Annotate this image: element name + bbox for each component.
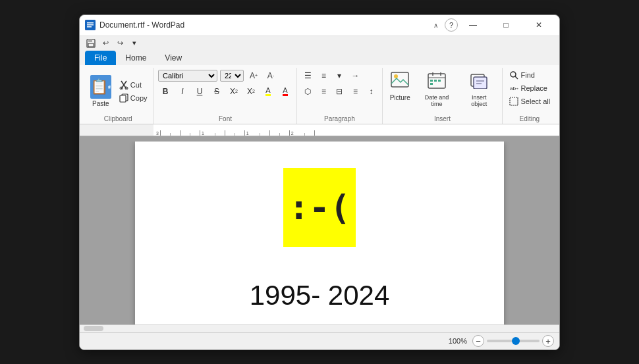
qat-save-button[interactable] bbox=[85, 38, 97, 49]
qat-dropdown-button[interactable]: ▾ bbox=[128, 38, 140, 49]
window-controls: — □ ✕ bbox=[458, 16, 554, 34]
svg-rect-3 bbox=[87, 26, 92, 28]
maximize-button[interactable]: □ bbox=[491, 16, 521, 34]
subscript-button[interactable]: X2 bbox=[227, 85, 241, 98]
list-numbered-button[interactable]: ≡ bbox=[316, 69, 331, 82]
replace-label: Replace bbox=[521, 84, 547, 92]
svg-rect-8 bbox=[109, 86, 111, 86]
datetime-button[interactable]: Date and time bbox=[416, 69, 458, 110]
cut-button[interactable]: Cut bbox=[117, 79, 150, 91]
list-dropdown-button[interactable]: ▾ bbox=[332, 69, 347, 82]
svg-rect-26 bbox=[434, 80, 437, 82]
zoom-out-button[interactable]: − bbox=[472, 335, 484, 347]
tab-view[interactable]: View bbox=[155, 51, 191, 65]
align-left-button[interactable]: ⬡ bbox=[300, 85, 315, 98]
picture-button[interactable]: Picture bbox=[387, 69, 413, 104]
scrollbar-horizontal[interactable] bbox=[80, 325, 559, 332]
year-text: 1995- 2024 bbox=[250, 280, 390, 311]
font-color-button[interactable]: A bbox=[278, 85, 292, 98]
svg-rect-37 bbox=[510, 97, 518, 105]
font-grow-button[interactable]: A+ bbox=[246, 69, 261, 82]
editing-content: Find ab → Replace Select all bbox=[507, 69, 553, 114]
help-button[interactable]: ? bbox=[445, 18, 458, 32]
tab-file[interactable]: File bbox=[85, 51, 116, 65]
svg-rect-28 bbox=[430, 83, 433, 85]
ruler: 3 1 1 bbox=[80, 124, 559, 136]
document-page[interactable]: :-( 1995- 2024 bbox=[135, 142, 504, 325]
svg-rect-18 bbox=[120, 95, 126, 102]
strikethrough-button[interactable]: S bbox=[209, 85, 224, 98]
ribbon-collapse-btn[interactable]: ∧ bbox=[429, 18, 442, 32]
font-shrink-button[interactable]: A- bbox=[264, 69, 278, 82]
document-area: :-( 1995- 2024 bbox=[80, 136, 559, 332]
italic-button[interactable]: I bbox=[175, 85, 190, 98]
svg-rect-2 bbox=[87, 24, 94, 26]
insert-object-button[interactable]: Insert object bbox=[460, 69, 498, 110]
svg-rect-19 bbox=[391, 72, 408, 87]
qat-redo-button[interactable]: ↪ bbox=[114, 38, 126, 49]
ribbon-group-font: Calibri 22 A+ A- B I U S X2 X2 A bbox=[154, 68, 296, 124]
zoom-thumb[interactable] bbox=[512, 337, 520, 345]
svg-rect-9 bbox=[108, 86, 110, 89]
insert-content: Picture bbox=[387, 69, 497, 114]
para-row-1: ☰ ≡ ▾ → bbox=[300, 69, 362, 82]
svg-rect-6 bbox=[88, 43, 94, 47]
copy-button[interactable]: Copy bbox=[117, 92, 150, 104]
para-row-2: ⬡ ≡ ⊟ ≡ ↕ bbox=[300, 85, 378, 98]
clipboard-small-buttons: Cut Copy bbox=[117, 79, 150, 104]
font-group-label: Font bbox=[219, 115, 232, 122]
bold-button[interactable]: B bbox=[158, 85, 173, 98]
paragraph-content: ☰ ≡ ▾ → ⬡ ≡ ⊟ ≡ ↕ bbox=[300, 69, 378, 114]
sad-face-text: :-( bbox=[289, 188, 350, 227]
select-all-button[interactable]: Select all bbox=[507, 95, 553, 107]
font-size-select[interactable]: 22 bbox=[220, 70, 244, 82]
tab-home[interactable]: Home bbox=[116, 51, 155, 65]
indent-more-button[interactable]: → bbox=[348, 69, 362, 82]
align-justify-button[interactable]: ≡ bbox=[348, 85, 362, 98]
datetime-icon bbox=[428, 72, 446, 93]
insert-object-label: Insert object bbox=[463, 94, 495, 107]
close-button[interactable]: ✕ bbox=[524, 16, 554, 34]
ribbon: Paste Cut bbox=[80, 65, 559, 124]
line-spacing-button[interactable]: ↕ bbox=[364, 85, 378, 98]
paste-icon bbox=[90, 75, 111, 99]
datetime-label: Date and time bbox=[418, 94, 455, 107]
svg-rect-1 bbox=[87, 22, 94, 24]
list-bullets-button[interactable]: ☰ bbox=[300, 69, 315, 82]
window-title: Document.rtf - WordPad bbox=[99, 20, 429, 30]
select-all-label: Select all bbox=[521, 97, 551, 105]
svg-point-33 bbox=[511, 72, 516, 77]
document-scroll[interactable]: :-( 1995- 2024 bbox=[80, 142, 559, 325]
find-button[interactable]: Find bbox=[507, 69, 538, 81]
ribbon-group-insert: Picture bbox=[383, 68, 502, 124]
quick-access-toolbar: ↩ ↪ ▾ bbox=[80, 36, 559, 51]
qat-undo-button[interactable]: ↩ bbox=[99, 38, 111, 49]
zoom-in-button[interactable]: + bbox=[542, 335, 554, 347]
zoom-slider[interactable] bbox=[487, 340, 540, 342]
replace-button[interactable]: ab → Replace bbox=[507, 82, 550, 94]
clipboard-group-label: Clipboard bbox=[104, 115, 132, 122]
align-center-button[interactable]: ≡ bbox=[316, 85, 331, 98]
underline-button[interactable]: U bbox=[192, 85, 207, 98]
clipboard-content: Paste Cut bbox=[86, 69, 150, 114]
svg-point-20 bbox=[394, 74, 398, 78]
zoom-percentage: 100% bbox=[449, 337, 467, 345]
paste-button[interactable]: Paste bbox=[86, 72, 115, 110]
font-row-2: B I U S X2 X2 A A bbox=[158, 85, 292, 98]
title-bar: Document.rtf - WordPad ∧ ? — □ ✕ bbox=[80, 15, 559, 36]
status-bar: 100% − + bbox=[80, 332, 559, 350]
find-label: Find bbox=[521, 71, 535, 79]
svg-text:→: → bbox=[514, 86, 518, 91]
ribbon-group-editing: Find ab → Replace Select all Editing bbox=[503, 68, 557, 124]
font-name-select[interactable]: Calibri bbox=[158, 70, 217, 82]
ribbon-group-clipboard: Paste Cut bbox=[82, 68, 154, 124]
picture-icon bbox=[391, 72, 409, 93]
highlight-color-button[interactable]: A bbox=[261, 85, 275, 98]
minimize-button[interactable]: — bbox=[458, 16, 488, 34]
svg-rect-30 bbox=[474, 77, 487, 89]
paragraph-group-label: Paragraph bbox=[324, 115, 355, 122]
insert-object-icon bbox=[470, 72, 488, 93]
align-right-button[interactable]: ⊟ bbox=[332, 85, 347, 98]
svg-rect-25 bbox=[430, 80, 433, 82]
superscript-button[interactable]: X2 bbox=[244, 85, 258, 98]
